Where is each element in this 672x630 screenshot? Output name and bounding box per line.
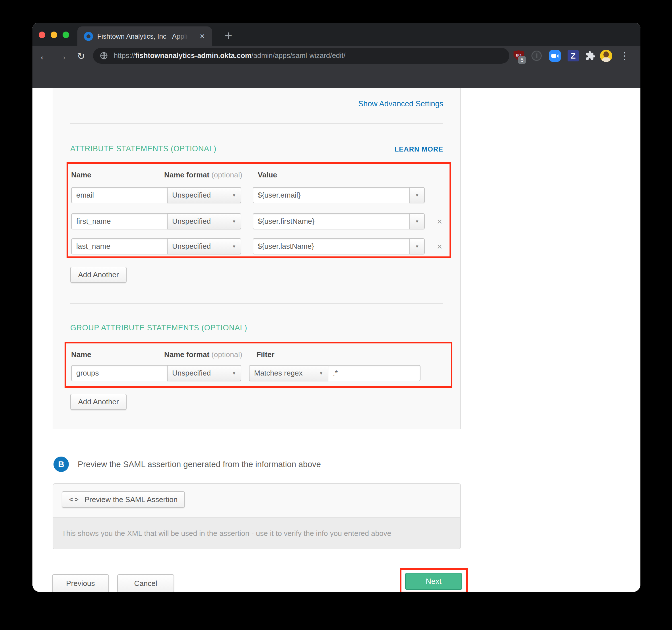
- preview-button-label: Preview the SAML Assertion: [85, 495, 177, 504]
- forward-button[interactable]: →: [55, 49, 69, 64]
- attr-name-input[interactable]: [71, 238, 168, 254]
- remove-row-icon[interactable]: ×: [435, 242, 445, 251]
- attribute-statements-title: ATTRIBUTE STATEMENTS (OPTIONAL): [70, 145, 217, 153]
- name-format-value: Unspecified: [172, 242, 211, 251]
- url-domain: fishtownanalytics-admin.okta.com: [135, 51, 251, 59]
- attribute-row: Unspecified▼ ▼: [53, 187, 460, 203]
- value-dropdown-button[interactable]: ▼: [409, 238, 425, 254]
- window-controls: [39, 31, 69, 38]
- value-dropdown-button[interactable]: ▼: [409, 213, 425, 229]
- okta-favicon-icon: [84, 32, 93, 41]
- add-another-button[interactable]: Add Another: [70, 267, 127, 283]
- chevron-down-icon: ▼: [319, 371, 323, 376]
- browser-menu-icon[interactable]: ⋮: [618, 49, 631, 62]
- browser-window: Fishtown Analytics, Inc - Applic × + ← →…: [32, 23, 641, 592]
- avatar-body: [602, 57, 610, 62]
- name-format-select[interactable]: Unspecified▼: [167, 187, 241, 203]
- name-column-header: Name: [71, 350, 91, 359]
- value-dropdown-button[interactable]: ▼: [409, 187, 425, 203]
- code-brackets-icon: <>: [69, 496, 80, 503]
- back-button[interactable]: ←: [37, 49, 51, 64]
- name-format-column-header: Name format (optional): [164, 350, 242, 359]
- attr-name-input[interactable]: [71, 187, 168, 203]
- url-text: https://fishtownanalytics-admin.okta.com…: [114, 51, 345, 60]
- attribute-row: Unspecified▼ ▼ ×: [53, 213, 460, 229]
- name-format-value: Unspecified: [172, 191, 211, 200]
- name-column-header: Name: [71, 171, 91, 179]
- next-button[interactable]: Next: [405, 573, 462, 590]
- site-info-globe-icon[interactable]: [100, 51, 108, 60]
- step-b-badge: B: [53, 457, 69, 472]
- tab-strip: Fishtown Analytics, Inc - Applic × +: [32, 23, 641, 46]
- chevron-down-icon: ▼: [415, 219, 419, 224]
- preview-heading: Preview the SAML assertion generated fro…: [78, 460, 321, 469]
- chevron-down-icon: ▼: [232, 244, 236, 249]
- url-scheme: https://: [114, 51, 135, 59]
- browser-toolbar: ← → ↻ https://fishtownanalytics-admin.ok…: [32, 46, 641, 88]
- extension-icon[interactable]: [529, 46, 545, 66]
- saml-settings-panel: Show Advanced Settings ATTRIBUTE STATEME…: [53, 88, 461, 429]
- filter-type-select[interactable]: Matches regex▼: [249, 365, 328, 381]
- chevron-down-icon: ▼: [232, 371, 236, 376]
- page-content: Show Advanced Settings ATTRIBUTE STATEME…: [32, 88, 641, 592]
- address-bar[interactable]: https://fishtownanalytics-admin.okta.com…: [93, 48, 509, 64]
- chevron-down-icon: ▼: [232, 193, 236, 198]
- extensions-puzzle-icon[interactable]: [582, 46, 598, 66]
- avatar-head: [603, 51, 609, 57]
- name-format-select[interactable]: Unspecified▼: [167, 365, 241, 381]
- learn-more-link[interactable]: LEARN MORE: [394, 145, 443, 153]
- minimize-window-button[interactable]: [51, 31, 57, 38]
- preview-saml-assertion-button[interactable]: <> Preview the SAML Assertion: [62, 491, 185, 508]
- step-b-heading: B Preview the SAML assertion generated f…: [53, 457, 321, 472]
- profile-avatar[interactable]: [600, 50, 612, 62]
- attr-name-input[interactable]: [71, 213, 168, 229]
- show-advanced-settings-link[interactable]: Show Advanced Settings: [358, 100, 443, 108]
- attr-value-input[interactable]: [253, 187, 410, 203]
- cancel-button[interactable]: Cancel: [117, 574, 174, 592]
- new-tab-button[interactable]: +: [220, 28, 237, 44]
- chevron-down-icon: ▼: [415, 244, 419, 249]
- filter-column-header: Filter: [256, 350, 274, 359]
- attr-value-input[interactable]: [253, 213, 410, 229]
- chevron-down-icon: ▼: [232, 219, 236, 224]
- divider: [70, 303, 443, 304]
- attribute-row: Unspecified▼ ▼ ×: [53, 238, 460, 254]
- name-format-select[interactable]: Unspecified▼: [167, 213, 241, 229]
- value-column-header: Value: [258, 171, 277, 179]
- puzzle-piece-icon: [585, 51, 596, 61]
- name-format-select[interactable]: Unspecified▼: [167, 238, 241, 254]
- group-name-input[interactable]: [71, 365, 168, 381]
- browser-tab[interactable]: Fishtown Analytics, Inc - Applic ×: [77, 26, 212, 46]
- circle-extension-icon: [531, 51, 542, 61]
- tab-title-fade: [174, 29, 192, 44]
- maximize-window-button[interactable]: [63, 31, 69, 38]
- name-format-column-header: Name format (optional): [164, 171, 242, 179]
- z-extension-icon[interactable]: Z: [565, 46, 581, 66]
- name-format-value: Unspecified: [172, 369, 211, 378]
- filter-value-input[interactable]: [328, 365, 421, 381]
- reload-button[interactable]: ↻: [74, 49, 89, 64]
- zoom-extension-icon[interactable]: [547, 46, 563, 66]
- video-camera-icon: [549, 50, 561, 62]
- name-format-value: Unspecified: [172, 217, 211, 226]
- group-attribute-statements-title: GROUP ATTRIBUTE STATEMENTS (OPTIONAL): [70, 324, 247, 332]
- divider: [70, 123, 443, 124]
- preview-panel: <> Preview the SAML Assertion This shows…: [53, 483, 461, 549]
- tab-close-icon[interactable]: ×: [197, 31, 208, 41]
- chevron-down-icon: ▼: [415, 193, 419, 198]
- ublock-extension-icon[interactable]: uO 5: [511, 46, 527, 66]
- filter-type-value: Matches regex: [254, 369, 303, 378]
- ublock-badge: 5: [518, 56, 526, 64]
- z-letter-icon: Z: [568, 50, 579, 61]
- preview-note: This shows you the XML that will be used…: [53, 518, 460, 549]
- url-path: /admin/apps/saml-wizard/edit/: [251, 51, 345, 59]
- add-another-button[interactable]: Add Another: [70, 394, 127, 410]
- group-attribute-row: Unspecified▼ Matches regex▼: [53, 365, 460, 381]
- attr-value-input[interactable]: [253, 238, 410, 254]
- previous-button[interactable]: Previous: [52, 574, 109, 592]
- remove-row-icon[interactable]: ×: [435, 217, 445, 226]
- close-window-button[interactable]: [39, 31, 45, 38]
- preview-note-text: This shows you the XML that will be used…: [62, 529, 391, 538]
